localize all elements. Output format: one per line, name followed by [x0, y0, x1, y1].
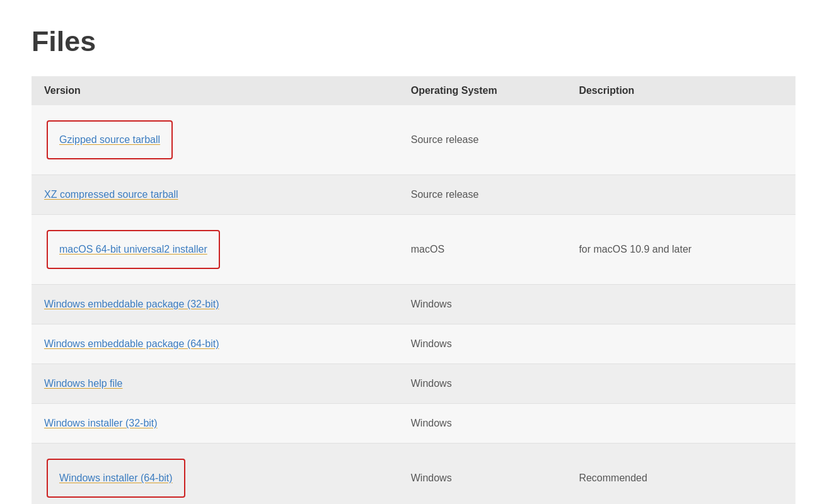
file-description-cell: Recommended — [566, 444, 795, 505]
table-header-row: Version Operating System Description — [32, 76, 795, 105]
file-link[interactable]: Windows help file — [44, 378, 123, 389]
file-version-cell: Windows embeddable package (32-bit) — [32, 285, 398, 324]
file-version-cell: Windows installer (32-bit) — [32, 404, 398, 444]
file-version-cell: Windows embeddable package (64-bit) — [32, 324, 398, 364]
table-row: Gzipped source tarballSource release — [32, 105, 795, 175]
table-row: Windows help fileWindows — [32, 364, 795, 404]
file-description-cell: for macOS 10.9 and later — [566, 215, 795, 285]
file-link[interactable]: Windows installer (32-bit) — [44, 418, 158, 428]
file-os-cell: Windows — [398, 444, 567, 505]
file-description-cell — [566, 324, 795, 364]
highlighted-border: Windows installer (64-bit) — [47, 459, 185, 498]
file-version-cell: Windows installer (64-bit) — [32, 444, 398, 505]
page-title: Files — [32, 25, 795, 57]
file-os-cell: macOS — [398, 215, 567, 285]
table-row: Windows installer (32-bit)Windows — [32, 404, 795, 444]
file-os-cell: Windows — [398, 364, 567, 404]
file-version-cell: Windows help file — [32, 364, 398, 404]
file-os-cell: Source release — [398, 175, 567, 215]
file-link[interactable]: Windows embeddable package (64-bit) — [44, 338, 219, 349]
file-os-cell: Windows — [398, 404, 567, 444]
table-row: XZ compressed source tarballSource relea… — [32, 175, 795, 215]
file-description-cell — [566, 175, 795, 215]
file-description-cell — [566, 364, 795, 404]
file-description-cell — [566, 404, 795, 444]
table-row: macOS 64-bit universal2 installermacOSfo… — [32, 215, 795, 285]
file-os-cell: Source release — [398, 105, 567, 175]
file-link[interactable]: XZ compressed source tarball — [44, 189, 178, 200]
highlighted-border: macOS 64-bit universal2 installer — [47, 230, 220, 269]
highlighted-border: Gzipped source tarball — [47, 120, 173, 159]
table-row: Windows embeddable package (64-bit)Windo… — [32, 324, 795, 364]
file-version-cell: Gzipped source tarball — [32, 105, 398, 175]
file-description-cell — [566, 105, 795, 175]
table-row: Windows installer (64-bit)WindowsRecomme… — [32, 444, 795, 505]
file-link[interactable]: Windows installer (64-bit) — [59, 472, 173, 483]
file-os-cell: Windows — [398, 285, 567, 324]
file-os-cell: Windows — [398, 324, 567, 364]
files-table: Version Operating System Description Gzi… — [32, 76, 795, 504]
file-link[interactable]: Windows embeddable package (32-bit) — [44, 299, 219, 309]
column-header-os: Operating System — [398, 76, 567, 105]
column-header-version: Version — [32, 76, 398, 105]
file-link[interactable]: macOS 64-bit universal2 installer — [59, 244, 207, 255]
file-version-cell: XZ compressed source tarball — [32, 175, 398, 215]
file-version-cell: macOS 64-bit universal2 installer — [32, 215, 398, 285]
column-header-description: Description — [566, 76, 795, 105]
table-row: Windows embeddable package (32-bit)Windo… — [32, 285, 795, 324]
file-description-cell — [566, 285, 795, 324]
file-link[interactable]: Gzipped source tarball — [59, 134, 160, 145]
